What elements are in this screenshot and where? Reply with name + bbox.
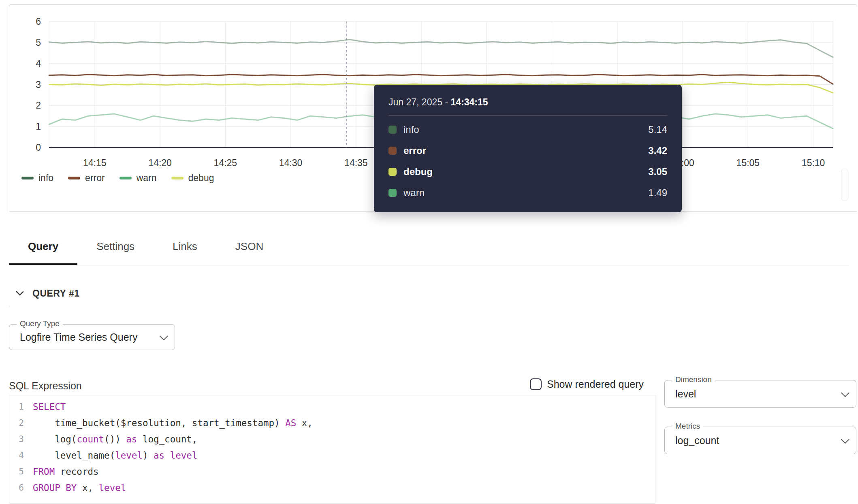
dimension-select[interactable]: Dimension level	[664, 380, 856, 408]
tooltip-series-name: info	[403, 124, 419, 135]
show-rendered-label: Show rendered query	[547, 378, 644, 390]
dimension-label: Dimension	[672, 375, 715, 384]
series-swatch-icon	[388, 147, 397, 155]
y-axis-label: 6	[23, 16, 41, 27]
legend-item-error[interactable]: error	[68, 173, 105, 184]
sql-expression-label: SQL Expression	[9, 380, 82, 392]
tooltip-series-value: 3.42	[648, 145, 667, 156]
x-axis-label: 14:25	[206, 158, 245, 168]
x-axis-label: 14:30	[271, 158, 310, 168]
metrics-label: Metrics	[672, 422, 703, 431]
sql-code: SELECT time_bucket($resolution, start_ti…	[30, 395, 655, 503]
chevron-down-icon	[15, 288, 25, 299]
tab-json[interactable]: JSON	[216, 230, 282, 265]
y-axis-label: 3	[23, 79, 41, 90]
line-number: 4	[9, 447, 30, 463]
line-number: 1	[9, 399, 30, 415]
query-section-title: QUERY #1	[32, 288, 80, 299]
chevron-down-icon	[160, 332, 168, 340]
query-type-value: Logfire Time Series Query	[20, 331, 137, 343]
x-axis-label: 15:10	[794, 158, 833, 168]
line-number: 3	[9, 431, 30, 447]
metrics-value: log_count	[675, 435, 719, 446]
scrollbar-thumb[interactable]	[841, 169, 848, 201]
series-line-info	[49, 40, 833, 58]
code-line: time_bucket($resolution, start_timestamp…	[33, 415, 655, 431]
dimension-value: level	[675, 388, 696, 400]
tooltip-timestamp: Jun 27, 2025 - 14:34:15	[388, 96, 667, 108]
chevron-down-icon	[841, 389, 849, 397]
tooltip-row-warn: warn1.49	[388, 182, 667, 203]
code-line: level_name(level) as level	[33, 447, 655, 463]
legend-swatch-icon	[21, 177, 34, 179]
tooltip-divider	[388, 115, 667, 116]
chart-legend: infoerrorwarndebug	[21, 173, 214, 184]
y-axis-label: 1	[23, 121, 41, 132]
x-axis-label: 15:05	[728, 158, 767, 168]
tooltip-row-error: error3.42	[388, 140, 667, 161]
tooltip-series-value: 1.49	[648, 187, 667, 199]
show-rendered-checkbox[interactable]	[530, 378, 542, 390]
chart-panel: 0123456 14:1514:2014:2514:3014:3514:4014…	[9, 4, 857, 212]
y-axis-label: 5	[23, 37, 41, 48]
legend-label: debug	[188, 173, 214, 184]
legend-label: error	[85, 173, 105, 184]
code-line: FROM records	[33, 463, 655, 480]
tooltip-series-name: debug	[403, 166, 433, 177]
legend-item-debug[interactable]: debug	[171, 173, 214, 184]
query-type-select[interactable]: Query Type Logfire Time Series Query	[9, 324, 175, 350]
y-axis-label: 4	[23, 58, 41, 69]
dashboard-page: 0123456 14:1514:2014:2514:3014:3514:4014…	[0, 0, 858, 504]
x-axis-label: 14:15	[75, 158, 114, 168]
show-rendered-query-toggle[interactable]: Show rendered query	[530, 378, 644, 390]
legend-swatch-icon	[171, 177, 184, 179]
tooltip-series-name: error	[403, 145, 426, 156]
line-numbers: 123456	[9, 395, 30, 503]
tab-bar: QuerySettingsLinksJSON	[9, 230, 849, 265]
y-axis-label: 0	[23, 142, 41, 153]
tooltip-series-value: 5.14	[648, 124, 667, 135]
metrics-select[interactable]: Metrics log_count	[664, 427, 856, 454]
query-type-label: Query Type	[17, 319, 63, 328]
x-axis-label: 14:35	[337, 158, 376, 168]
legend-swatch-icon	[68, 177, 80, 179]
tab-query[interactable]: Query	[9, 230, 77, 265]
query-section-header[interactable]: QUERY #1	[15, 285, 80, 301]
tooltip-row-info: info5.14	[388, 119, 667, 140]
chevron-down-icon	[841, 435, 849, 444]
y-axis-label: 2	[23, 100, 41, 111]
series-swatch-icon	[388, 126, 397, 134]
legend-swatch-icon	[120, 177, 132, 179]
x-axis-label: 14:20	[141, 158, 179, 168]
series-swatch-icon	[388, 168, 397, 176]
chart-tooltip: Jun 27, 2025 - 14:34:15 info5.14error3.4…	[374, 85, 682, 212]
tooltip-series-value: 3.05	[648, 166, 667, 177]
legend-item-info[interactable]: info	[21, 173, 53, 184]
section-divider	[9, 306, 849, 306]
legend-item-warn[interactable]: warn	[120, 173, 157, 184]
code-line: log(count()) as log_count,	[33, 431, 655, 447]
tooltip-row-debug: debug3.05	[388, 161, 667, 182]
tooltip-rows: info5.14error3.42debug3.05warn1.49	[388, 119, 667, 203]
line-number: 5	[9, 463, 30, 480]
line-number: 6	[9, 480, 30, 496]
legend-label: warn	[137, 173, 157, 184]
code-line: GROUP BY x, level	[33, 480, 655, 496]
line-number: 2	[9, 415, 30, 431]
tooltip-series-name: warn	[403, 187, 425, 199]
tab-links[interactable]: Links	[154, 230, 216, 265]
series-swatch-icon	[388, 189, 397, 197]
code-line: SELECT	[33, 399, 655, 415]
tab-settings[interactable]: Settings	[77, 230, 154, 265]
legend-label: info	[38, 173, 53, 184]
sql-editor[interactable]: 123456 SELECT time_bucket($resolution, s…	[9, 395, 655, 504]
